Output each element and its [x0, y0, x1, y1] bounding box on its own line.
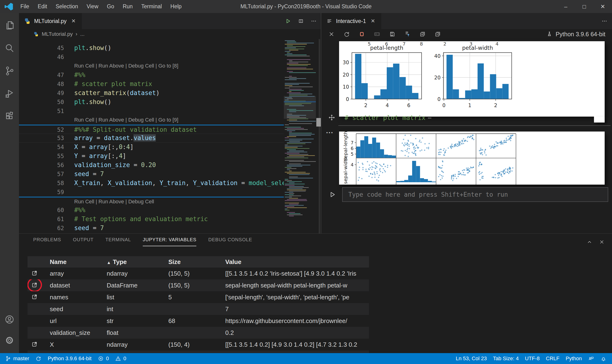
restart-icon[interactable] [343, 31, 350, 38]
tab-interactive-1[interactable]: Interactive-1 ✕ [321, 13, 381, 29]
column-header-size[interactable]: Size [168, 258, 225, 266]
panel-tab-problems[interactable]: PROBLEMS [33, 237, 61, 246]
run-file-button[interactable] [284, 17, 292, 25]
status-item-0[interactable]: 0 [112, 353, 129, 364]
status-item-python[interactable]: Python [563, 353, 585, 364]
interrupt-icon[interactable] [358, 31, 365, 38]
code-line-52[interactable]: 52#%%# Split-out validation dataset [19, 125, 284, 134]
menu-file[interactable]: File [17, 2, 33, 11]
more-actions-icon[interactable] [310, 18, 317, 25]
expand-all-icon[interactable] [419, 31, 426, 38]
status-item-sync[interactable] [32, 353, 45, 364]
code-editor[interactable]: 45plt.show()46Run Cell | Run Above | Deb… [19, 39, 284, 234]
sidebar-item-extensions[interactable] [0, 106, 19, 127]
code-line-54[interactable]: 54X = array[:,0:4] [19, 143, 284, 152]
close-tab-icon[interactable]: ✕ [70, 17, 77, 25]
export-icon[interactable] [404, 31, 411, 38]
status-item-bell[interactable] [597, 353, 610, 364]
close-panel-icon[interactable] [599, 239, 605, 245]
minimize-button[interactable]: – [557, 0, 575, 13]
save-icon[interactable] [389, 31, 396, 38]
code-line-49[interactable]: 49scatter_matrix(dataset) [19, 89, 284, 98]
status-item-0[interactable]: 0 [95, 353, 112, 364]
minimap[interactable] [284, 39, 316, 234]
menu-run[interactable]: Run [119, 2, 136, 11]
sidebar-item-run-debug[interactable] [0, 83, 19, 104]
maximize-button[interactable]: □ [575, 0, 594, 13]
code-line-51[interactable]: 51 [19, 107, 284, 116]
editor-scrollbar[interactable] [319, 39, 320, 234]
panel-tab-terminal[interactable]: TERMINAL [106, 237, 131, 246]
split-editor-icon[interactable] [298, 18, 304, 25]
menu-edit[interactable]: Edit [34, 2, 51, 11]
code-line-45[interactable]: 45plt.show() [19, 44, 284, 52]
breadcrumb[interactable]: MLTutorial.py › ... [33, 29, 85, 39]
variable-row-names[interactable]: nameslist5['sepal-length', 'sepal-width'… [27, 291, 369, 303]
more-actions-icon[interactable] [601, 18, 608, 25]
kernel-status[interactable]: Python 3.9.6 64-bit [546, 29, 605, 39]
variable-row-validation_size[interactable]: validation_sizefloat0.2 [27, 327, 369, 339]
close-window-button[interactable]: ✕ [594, 0, 612, 13]
breadcrumb-file[interactable]: MLTutorial.py [42, 31, 73, 37]
menu-go[interactable]: Go [103, 2, 118, 11]
column-header-value[interactable]: Value [225, 258, 369, 266]
code-input[interactable] [342, 187, 608, 202]
code-line-57[interactable]: 57seed = 7 [19, 170, 284, 179]
status-item-feedback[interactable] [585, 353, 597, 364]
menu-help[interactable]: Help [167, 2, 186, 11]
table-header[interactable]: Name▲TypeSizeValue [27, 256, 369, 268]
code-line-60[interactable]: 60#%% [19, 206, 284, 215]
status-item-tab-size-4[interactable]: Tab Size: 4 [490, 353, 522, 364]
open-variable-icon[interactable] [31, 269, 39, 277]
variable-row-array[interactable]: arrayndarray(150, 5)[[5.1 3.5 1.4 0.2 'I… [27, 268, 369, 279]
column-header-name[interactable]: Name [50, 258, 107, 266]
codelens-row[interactable]: Run Cell | Run Above | Debug Cell | Go t… [19, 116, 284, 125]
code-line-61[interactable]: 61# Test options and evaluation metric [19, 215, 284, 224]
codelens-row[interactable]: Run Cell | Run Above | Debug Cell | Go t… [19, 62, 284, 71]
menu-view[interactable]: View [83, 2, 102, 11]
variable-row-url[interactable]: urlstr68https://raw.githubusercontent.co… [27, 315, 369, 327]
code-line-59[interactable]: 59 [19, 188, 284, 197]
code-line-47[interactable]: 47#%% [19, 71, 284, 80]
status-item-ln-53-col-23[interactable]: Ln 53, Col 23 [453, 353, 490, 364]
code-line-53[interactable]: 53array = dataset.values [19, 134, 284, 143]
code-line-55[interactable]: 55Y = array[:,4] [19, 152, 284, 161]
panel-tab-output[interactable]: OUTPUT [73, 237, 94, 246]
sidebar-item-source-control[interactable] [0, 60, 19, 81]
codelens-actions[interactable]: Run Cell | Run Above | Debug Cell [64, 197, 154, 206]
codelens-actions[interactable]: Run Cell | Run Above | Debug Cell | Go t… [64, 116, 178, 125]
code-line-58[interactable]: 58X_train, X_validation, Y_train, Y_vali… [19, 179, 284, 188]
status-item-crlf[interactable]: CRLF [543, 353, 562, 364]
code-line-46[interactable]: 46 [19, 52, 284, 62]
status-item-utf-8[interactable]: UTF-8 [522, 353, 543, 364]
sidebar-item-account[interactable] [0, 309, 19, 330]
open-variable-icon[interactable] [31, 340, 39, 348]
drag-handle-icon[interactable] [328, 114, 335, 121]
panel-tab-debug-console[interactable]: DEBUG CONSOLE [208, 237, 252, 246]
variable-row-dataset[interactable]: datasetDataFrame(150, 5)sepal-length sep… [27, 279, 369, 291]
variable-row-X[interactable]: Xndarray(150, 4)[[5.1 3.5 1.4 0.2] [4.9 … [27, 339, 369, 351]
run-input-icon[interactable] [328, 190, 336, 199]
status-item-master[interactable]: master [2, 353, 32, 364]
variable-row-seed[interactable]: seedint7 [27, 303, 369, 315]
sidebar-item-files[interactable] [0, 15, 19, 36]
cell-margin-dots[interactable]: ... [326, 127, 333, 135]
status-item-python-3.9.6-64-bit[interactable]: Python 3.9.6 64-bit [45, 353, 95, 364]
close-icon[interactable] [328, 31, 335, 38]
column-header-type[interactable]: ▲Type [107, 258, 168, 266]
code-line-50[interactable]: 50plt.show() [19, 98, 284, 107]
codelens-actions[interactable]: Run Cell | Run Above | Debug Cell | Go t… [64, 62, 178, 71]
panel-tab-jupyter-variables[interactable]: JUPYTER: VARIABLES [143, 237, 196, 246]
code-line-56[interactable]: 56validation_size = 0.20 [19, 161, 284, 170]
variables-icon[interactable] [373, 31, 381, 38]
collapsed-indicator-icon[interactable]: ⋯ [428, 115, 432, 121]
close-tab-icon[interactable]: ✕ [369, 17, 376, 25]
menu-selection[interactable]: Selection [52, 2, 82, 11]
sidebar-item-settings[interactable] [0, 330, 19, 351]
tab-mltutorial[interactable]: MLTutorial.py ✕ [19, 13, 82, 29]
menu-terminal[interactable]: Terminal [137, 2, 166, 11]
code-line-48[interactable]: 48# scatter plot matrix [19, 80, 284, 89]
breadcrumb-symbol[interactable]: ... [80, 31, 84, 37]
open-variable-icon[interactable] [31, 293, 39, 300]
codelens-row[interactable]: Run Cell | Run Above | Debug Cell [19, 197, 284, 206]
